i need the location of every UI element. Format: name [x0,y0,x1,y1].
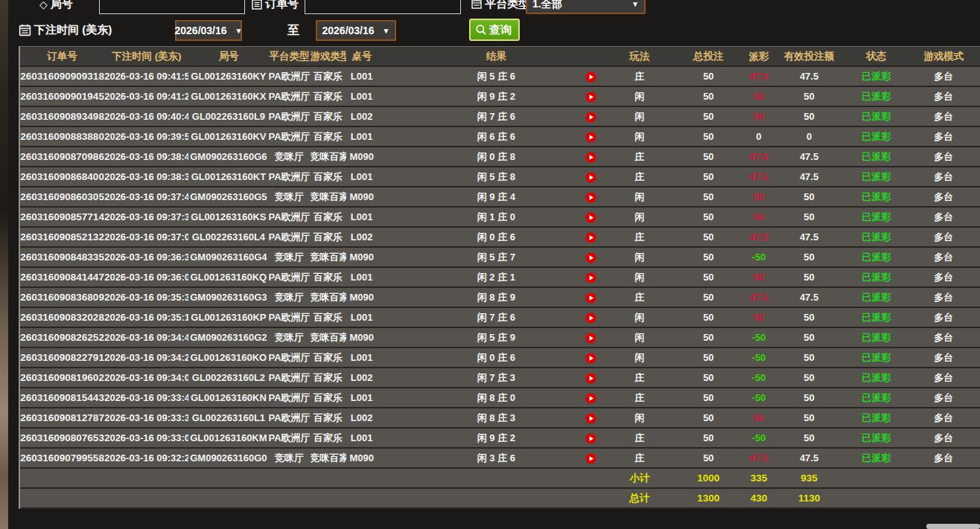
cell-game-no: GL001263160KQ [188,267,268,287]
play-video-icon[interactable] [585,373,596,384]
cell-payout: 47.5 [745,167,771,187]
cell-status: 已派彩 [847,106,906,126]
horizontal-scrollbar-thumb[interactable] [926,524,980,529]
play-video-icon[interactable] [585,413,596,424]
order-no-label: 订单号 [265,0,299,11]
search-button-label: 查询 [489,23,512,37]
cell-game-no: GL001263160KN [188,388,268,408]
cell-game-no: GM090263160G6 [188,147,268,167]
cell-game-no: GL001263160KY [188,66,268,86]
platform-select[interactable]: 1.全部 ▼ [526,0,646,14]
play-video-icon[interactable] [585,353,596,364]
play-video-icon[interactable] [585,71,596,83]
cell-payout: 0 [745,126,771,147]
cell-status: 已派彩 [847,167,906,187]
cell-valid-bet: 47.5 [771,167,846,187]
table-row: 2603160908934982026-03-16 09:40:40GL0022… [20,106,980,126]
order-list-icon [252,0,262,10]
col-bet-time: 下注时间 (美东) [104,47,188,67]
cell-bet-time: 2026-03-16 09:33:30 [104,408,188,428]
cell-game-mode: 多台 [906,267,980,287]
cell-game-type: 竞咪百家乐 [311,287,346,307]
cell-status: 已派彩 [847,388,906,408]
play-video-icon[interactable] [585,292,596,304]
cell-platform: PA欧洲厅 [269,66,311,86]
cell-play [574,106,608,126]
table-header: 订单号下注时间 (美东)局号平台类型游戏类型桌号结果玩法总投注派彩有效投注额状态… [20,47,980,67]
cell-play-type: 庄 [608,147,671,167]
play-video-icon[interactable] [585,272,596,283]
cell-order-no: 260316090799558 [20,448,104,468]
date-from-select[interactable]: 2026/03/16 ▼ [175,20,242,41]
play-video-icon[interactable] [585,192,596,203]
cell-status: 已派彩 [847,187,906,207]
cell-total-bet: 50 [671,86,745,106]
play-video-icon[interactable] [585,212,596,223]
cell-valid-bet: 50 [771,307,846,327]
cell-play-type: 庄 [608,428,671,448]
cell-play-type: 庄 [608,368,671,388]
cell-status: 已派彩 [847,86,906,106]
play-video-icon[interactable] [585,152,596,163]
table-row: 2603160908483352026-03-16 09:36:39GM0902… [20,247,980,267]
cell-platform: PA欧洲厅 [269,428,311,448]
play-video-icon[interactable] [585,232,596,243]
cell-status: 已派彩 [847,126,906,147]
col-platform: 平台类型 [269,47,311,67]
cell-play [574,187,608,207]
cell-game-mode: 多台 [906,207,980,227]
search-button[interactable]: 查询 [469,19,520,41]
cell-game-no: GL001263160KT [188,167,268,187]
cell-status: 已派彩 [847,408,906,428]
platform-label: 平台类型 [485,0,529,11]
play-video-icon[interactable] [585,433,596,444]
cell-table-no: M090 [346,448,378,468]
play-video-icon[interactable] [585,172,596,183]
cell-table-no: L001 [346,126,378,147]
cell-game-mode: 多台 [906,307,980,327]
game-no-input[interactable] [99,0,245,14]
cell-game-no: GL002263160L9 [188,106,268,126]
cell-empty [188,488,268,508]
order-no-input[interactable] [305,0,461,14]
play-video-icon[interactable] [585,252,596,263]
bet-time-field-label: 下注时间 (美东) [19,23,112,37]
cell-result: 闲 6 庄 6 [378,126,574,147]
cell-result: 闲 5 庄 6 [378,66,574,86]
cell-play-type: 闲 [608,106,671,126]
cell-play [574,147,608,167]
cell-payout: 50 [745,86,771,106]
cell-game-type: 百家乐 [311,106,346,126]
cell-platform: 竞咪厅 [269,448,311,468]
cell-empty [847,488,906,508]
cell-game-type: 百家乐 [311,388,346,408]
cell-result: 闲 3 庄 6 [378,448,574,468]
cell-platform: 竞咪厅 [269,327,311,347]
cell-empty [311,488,346,508]
play-video-icon[interactable] [585,92,596,103]
cell-play-type: 庄 [608,287,671,307]
cell-payout: 47.5 [745,287,771,307]
cell-empty [574,488,608,508]
table-row: 2603160908262522026-03-16 09:34:43GM0902… [20,327,980,347]
cell-game-mode: 多台 [906,167,980,187]
cell-status: 已派彩 [847,147,906,167]
date-to-select[interactable]: 2026/03/16 ▼ [316,20,396,41]
play-video-icon[interactable] [585,112,596,123]
play-video-icon[interactable] [585,393,596,404]
cell-payout: 50 [745,408,771,428]
play-video-icon[interactable] [585,312,596,324]
cell-total-bet: 50 [671,147,745,167]
cell-result: 闲 0 庄 6 [378,347,574,368]
cell-game-mode: 多台 [906,428,980,448]
cell-game-no: GM090263160G2 [188,327,268,347]
play-video-icon[interactable] [585,453,596,464]
cell-total-bet: 50 [671,448,745,468]
cell-order-no: 260316090893498 [20,106,104,126]
play-video-icon[interactable] [585,333,596,344]
cell-game-type: 百家乐 [311,66,346,86]
cell-status: 已派彩 [847,207,906,227]
cell-bet-time: 2026-03-16 09:34:43 [104,327,188,347]
cell-game-type: 百家乐 [311,408,346,428]
play-video-icon[interactable] [585,132,596,143]
